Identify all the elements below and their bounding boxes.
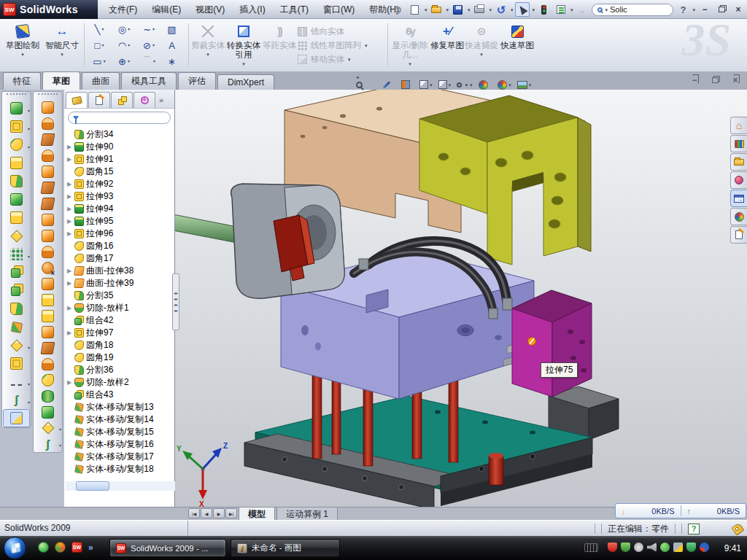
command-tab[interactable]: 模具工具 [121,72,177,90]
surface-tool-button[interactable]: ▾ [34,99,62,115]
surface-tool-button[interactable]: ▾ [34,260,62,276]
view-tool-button[interactable]: ▾ [517,81,532,89]
tag-icon[interactable] [731,522,744,535]
part-clamp-block[interactable] [175,184,344,298]
expand-arrow-icon[interactable]: ▶ [66,330,72,336]
surface-tool-button[interactable]: ▾ [34,356,62,372]
search-box[interactable]: ▾ [592,4,673,16]
doc-restore-button[interactable] [708,74,722,87]
feature-tree-item[interactable]: ▶ 拉伸95 [64,215,163,228]
feature-tool-button[interactable]: ▾ [2,336,31,354]
sketch-entity-button[interactable]: ◎▾ [112,21,136,37]
task-pane-tab[interactable] [730,208,747,225]
feature-tool-button[interactable]: ▾ [2,391,31,409]
view-tool-button[interactable]: ▾ [382,82,395,88]
graphics-viewport[interactable]: Y Z X ◂▸◂▸◂▸◂▸ ⌂ [175,90,747,507]
surface-tool-button[interactable]: ▾ [34,276,62,292]
configuration-manager-tab[interactable] [111,92,133,108]
view-tool-button[interactable]: ▾ [419,80,433,89]
surface-tool-button[interactable]: ▾ [34,115,62,131]
expand-arrow-icon[interactable]: ▶ [66,206,72,212]
taskbar-item-paint[interactable]: 未命名 - 画图 [231,539,340,557]
toolbar-drag-handle[interactable] [38,93,58,97]
feature-tool-button[interactable]: ▾ [2,117,31,136]
feature-tool-button[interactable]: ▾ [3,409,30,427]
solidworks-shortcut-icon[interactable]: SW [71,542,82,553]
feature-tree-item[interactable]: ▶ 曲面-拉伸39 [64,277,163,289]
doc-minimize-button[interactable]: − [687,74,702,87]
surface-tool-button[interactable]: ▾ [34,163,62,179]
update-badge-icon[interactable] [634,542,643,552]
sketch-draw-button[interactable]: 草图绘制▾ [3,20,42,70]
quick-tips-button[interactable]: ? [688,524,700,534]
feature-tree-item[interactable]: ▶ 分割35 [64,289,163,302]
new-document-button[interactable] [408,2,422,17]
keyboard-layout-icon[interactable] [584,543,598,552]
sketch-entity-button[interactable]: ⌒▾ [136,53,161,69]
command-tab[interactable]: 评估 [178,72,216,90]
surface-tool-button[interactable]: ▾ [34,324,62,340]
task-pane-tab[interactable] [730,190,747,207]
feature-tree-item[interactable]: ▶ 拉伸92 [64,178,163,190]
menu-item[interactable]: 插入(I) [233,1,271,19]
doc-close-button[interactable]: × [728,74,743,87]
feature-tool-button[interactable]: ▾ [2,263,31,281]
feature-tree-item[interactable]: ▶ 曲面-拉伸38 [64,265,163,277]
surface-tool-button[interactable]: ▾ [34,147,62,163]
surface-tool-button[interactable]: ▾ [34,211,62,228]
tree-filter-input[interactable] [82,114,178,122]
sketch-entity-button[interactable]: □▾ [87,37,112,53]
feature-tool-button[interactable]: ▾ [2,190,31,209]
pin-icon[interactable] [391,2,406,17]
search-input[interactable] [610,5,654,14]
messenger-status-icon[interactable] [660,542,670,552]
expand-arrow-icon[interactable]: ▶ [66,144,72,150]
surface-tool-button[interactable]: ▾ [34,131,62,147]
sketch-entity-button[interactable]: ∗▾ [161,53,186,69]
property-manager-tab[interactable] [88,92,110,108]
feature-tool-button[interactable]: ▾ [2,209,31,227]
task-pane-tab[interactable] [730,153,747,171]
feature-tree-item[interactable]: ▶ 拉伸94 [64,203,163,215]
taskbar-clock[interactable]: 9:41 [724,543,741,553]
feature-tree-item[interactable]: ▶ 圆角18 [64,339,163,351]
view-tool-button[interactable]: ▾ [373,82,377,88]
last-tab-button[interactable]: ▶| [225,508,237,518]
volume-icon[interactable] [647,542,657,552]
feature-tool-button[interactable]: ▾ [2,172,31,190]
feature-tool-button[interactable]: ▾ [2,245,31,263]
view-tool-button[interactable]: ▾ [457,82,473,88]
sketch-entity-button[interactable]: ▧▾ [161,21,186,37]
task-pane-tab[interactable]: ⌂ [730,117,747,134]
panel-tabs-overflow[interactable]: » [159,96,163,104]
undo-button[interactable]: ↺ [494,2,508,17]
feature-tree-item[interactable]: ▶ 分割34 [64,128,163,141]
feature-tree-item[interactable]: ▶ 拉伸93 [64,190,163,203]
feature-tool-button[interactable]: ▾ [2,99,31,117]
command-tab[interactable]: DimXpert [217,74,274,90]
surface-tool-button[interactable]: ▾ [34,436,62,452]
feature-tool-button[interactable]: ▾ [2,136,31,154]
feature-tree-item[interactable]: ▶ 实体-移动/复制15 [64,426,163,438]
surface-tool-button[interactable]: ▾ [34,404,62,420]
feature-tree-item[interactable]: ▶ 组合43 [64,389,163,401]
menu-item[interactable]: 窗口(W) [317,1,361,19]
menu-item[interactable]: 编辑(E) [145,1,187,19]
feature-tool-button[interactable]: ▾ [2,227,31,245]
sketch-entity-button[interactable]: ╲▾ [87,21,112,37]
tree-filter-box[interactable] [68,112,171,124]
view-tool-button[interactable]: ▾ [479,80,492,90]
next-tab-button[interactable]: ▶ [213,508,225,518]
feature-tree-item[interactable]: ▶ 切除-放样2 [64,376,163,389]
feature-tree-item[interactable]: ▶ 实体-移动/复制16 [64,438,163,451]
expand-arrow-icon[interactable]: ▶ [66,193,72,200]
3d-model-canvas[interactable]: Y Z X [175,90,747,507]
antivirus-shield-icon[interactable] [621,542,630,552]
sync-blocked-icon[interactable] [700,542,709,552]
surface-tool-button[interactable]: ▾ [34,308,62,324]
sketch-entity-button[interactable]: ▭▾ [87,53,112,69]
save-button[interactable] [451,2,465,17]
feature-tree-item[interactable]: ▶ 拉伸97 [64,327,163,339]
surface-tool-button[interactable]: ▾ [34,244,62,260]
feature-tree-item[interactable]: ▶ 分割36 [64,364,163,376]
